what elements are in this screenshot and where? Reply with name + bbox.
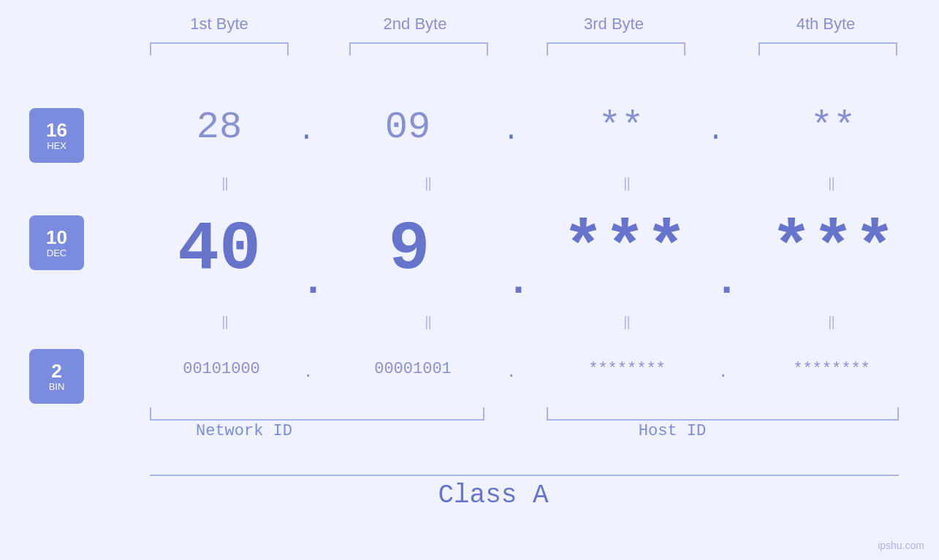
eq1-3: ‖ [599, 175, 658, 191]
eq1-1: ‖ [197, 175, 256, 191]
dec-b3: *** [541, 210, 709, 289]
bin-d3: . [718, 364, 728, 382]
bracket-top-4 [759, 42, 897, 55]
eq1-2: ‖ [400, 175, 459, 191]
watermark: ipshu.com [878, 540, 924, 551]
network-id-label: Network ID [171, 422, 317, 440]
bracket-top-2 [349, 42, 488, 55]
class-label: Class A [402, 480, 585, 510]
dec-badge: 10 DEC [29, 215, 84, 270]
hex-badge-label: HEX [47, 140, 66, 151]
hex-d3: . [707, 115, 724, 147]
bracket-top-1 [150, 42, 289, 55]
bin-b1: 00101000 [145, 360, 298, 378]
eq2-2: ‖ [400, 314, 459, 330]
dec-b2: 9 [336, 210, 482, 289]
hex-d1: . [298, 115, 315, 147]
class-line [150, 475, 899, 476]
eq2-1: ‖ [197, 314, 256, 330]
dec-badge-label: DEC [47, 248, 66, 258]
dec-d3: . [715, 259, 739, 305]
bin-badge-num: 2 [51, 361, 61, 382]
bin-badge-label: BIN [49, 381, 65, 392]
bin-b2: 00001001 [336, 360, 490, 378]
bracket-bottom-network [150, 407, 484, 421]
bin-d1: . [303, 364, 313, 382]
bracket-bottom-host [547, 407, 899, 421]
dec-d2: . [506, 259, 531, 305]
page-container: 1st Byte 2nd Byte 3rd Byte 4th Byte 16 H… [0, 0, 939, 560]
hex-badge-num: 16 [46, 120, 67, 141]
hex-b3: ** [555, 106, 687, 149]
hex-d2: . [503, 115, 520, 147]
bin-b3: ******** [547, 360, 707, 378]
byte4-label: 4th Byte [753, 15, 899, 34]
dec-b4: *** [745, 210, 921, 289]
eq2-3: ‖ [599, 314, 658, 330]
eq1-4: ‖ [804, 175, 862, 191]
bracket-top-3 [547, 42, 685, 55]
dec-b1: 40 [146, 210, 292, 289]
byte2-label: 2nd Byte [342, 15, 488, 34]
bin-b4: ******** [751, 360, 912, 378]
hex-b2: 09 [342, 106, 474, 149]
byte3-label: 3rd Byte [541, 15, 687, 34]
dec-badge-num: 10 [46, 227, 67, 248]
dec-d1: . [301, 259, 325, 305]
bin-d2: . [506, 364, 516, 382]
byte1-label: 1st Byte [146, 15, 292, 34]
hex-badge: 16 HEX [29, 108, 84, 163]
hex-b1: 28 [153, 106, 285, 149]
bin-badge: 2 BIN [29, 349, 84, 404]
host-id-label: Host ID [599, 422, 745, 440]
hex-b4: ** [760, 106, 906, 149]
eq2-4: ‖ [804, 314, 862, 330]
